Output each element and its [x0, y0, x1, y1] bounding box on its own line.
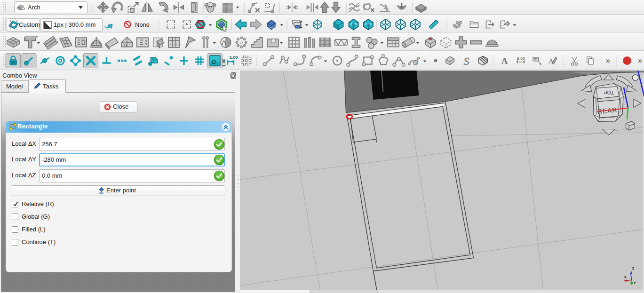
svg-text:1.00: 1.00 [230, 55, 238, 60]
svg-text:3: 3 [414, 61, 417, 65]
svg-text:X: X [624, 275, 627, 279]
svg-text:1.00: 1.00 [222, 58, 226, 67]
svg-text:»: » [606, 56, 610, 64]
svg-text:S: S [463, 55, 469, 67]
svg-text:»: » [638, 56, 642, 64]
svg-text:A: A [501, 56, 508, 66]
svg-text:1.00: 1.00 [517, 56, 524, 61]
svg-text:TOP: TOP [604, 89, 614, 95]
svg-text:Z: Z [632, 266, 635, 270]
svg-text:Y: Y [634, 281, 636, 285]
svg-text:A: A [222, 39, 226, 46]
